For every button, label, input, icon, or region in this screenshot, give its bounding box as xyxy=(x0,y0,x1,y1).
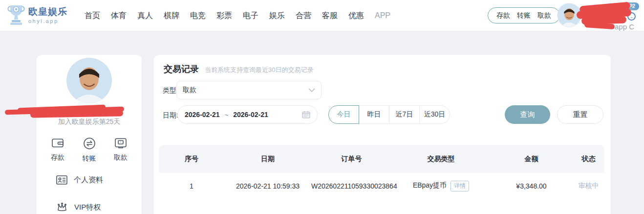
trophy-icon xyxy=(7,4,25,26)
quick-range-group: 今日 昨日 近7日 近30日 xyxy=(328,105,450,124)
nav-item-entertainment[interactable]: 娱乐 xyxy=(269,11,285,21)
wallet-icon xyxy=(51,137,64,149)
quick-action-label: 存款 xyxy=(51,153,64,162)
profile-avatar[interactable] xyxy=(66,58,112,103)
col-date: 日期 xyxy=(224,155,311,164)
withdraw-link[interactable]: 取款 xyxy=(537,11,551,20)
wallet-actions-pill: 存款 转账 取款 xyxy=(488,7,560,24)
transactions-table: 序号 日期 订单号 交易类型 金额 状态 1 2026-02-21 10:59:… xyxy=(159,145,604,199)
col-index: 序号 xyxy=(159,155,224,164)
search-button[interactable]: 查询 xyxy=(505,105,550,124)
nav-item-sports[interactable]: 体育 xyxy=(111,11,127,21)
main-nav: 首页 体育 真人 棋牌 电竞 彩票 电子 娱乐 合营 客服 优惠 APP xyxy=(85,0,390,31)
range-today-button[interactable]: 今日 xyxy=(328,105,359,124)
quick-action-label: 转账 xyxy=(83,154,96,163)
nav-item-live[interactable]: 真人 xyxy=(137,11,153,21)
profile-sidebar: 加入欧皇娱乐第25天 存款 转账 xyxy=(37,55,142,214)
calendar-icon xyxy=(302,111,310,119)
page-title: 交易记录 xyxy=(164,63,199,75)
sidebar-withdraw-button[interactable]: 取款 xyxy=(107,137,135,163)
range-7days-button[interactable]: 近7日 xyxy=(389,105,420,124)
sidebar-item-label: VIP特权 xyxy=(74,203,101,212)
membership-days-text: 加入欧皇娱乐第25天 xyxy=(37,118,142,126)
transaction-records-panel: 交易记录 当前系统支持查询最近30日的交易记录 类型: 取款 日期: 2026-… xyxy=(154,55,611,214)
date-range-picker[interactable]: 2026-02-21 ~ 2026-02-21 xyxy=(177,105,318,124)
sidebar-item-profile[interactable]: 个人资料 xyxy=(56,175,103,185)
table-header: 序号 日期 订单号 交易类型 金额 状态 xyxy=(159,145,604,173)
transfer-link[interactable]: 转账 xyxy=(517,11,531,20)
detail-link[interactable]: 详情 xyxy=(451,181,469,191)
type-select-value: 取款 xyxy=(183,86,308,95)
nav-item-esports[interactable]: 电竞 xyxy=(190,11,206,21)
col-amount: 金额 xyxy=(490,155,573,164)
partially-hidden-text: app C xyxy=(615,23,634,31)
transfer-icon xyxy=(83,137,96,150)
nav-item-service[interactable]: 客服 xyxy=(322,11,338,21)
date-filter-label: 日期: xyxy=(163,111,178,120)
transaction-type-text: EBpay提币 xyxy=(413,181,447,189)
type-select[interactable]: 取款 xyxy=(176,81,322,99)
chevron-down-icon xyxy=(308,88,315,93)
quick-action-label: 取款 xyxy=(114,153,128,162)
range-yesterday-button[interactable]: 昨日 xyxy=(359,105,389,124)
nav-item-board[interactable]: 棋牌 xyxy=(164,11,179,21)
sidebar-transfer-button[interactable]: 转账 xyxy=(75,137,104,163)
cell-type: EBpay提币详情 xyxy=(392,181,490,191)
brand-title: 欧皇娱乐 xyxy=(28,6,67,17)
table-row: 1 2026-02-21 10:59:33 W20260221105933002… xyxy=(159,173,604,199)
cell-status: 审核中 xyxy=(573,182,604,190)
col-type: 交易类型 xyxy=(392,155,490,164)
col-status: 状态 xyxy=(573,155,604,164)
sidebar-item-label: 个人资料 xyxy=(74,175,103,185)
date-from-value: 2026-02-21 xyxy=(185,111,220,119)
cell-amount: ¥3,348.00 xyxy=(490,182,573,190)
page: 欧皇娱乐 ohyl.app 首页 体育 真人 棋牌 电竞 彩票 电子 娱乐 合营… xyxy=(0,0,644,214)
brand-logo[interactable]: 欧皇娱乐 ohyl.app xyxy=(7,4,67,26)
range-30days-button[interactable]: 近30日 xyxy=(419,105,450,124)
nav-item-home[interactable]: 首页 xyxy=(85,11,100,21)
page-subtitle: 当前系统支持查询最近30日的交易记录 xyxy=(205,66,313,74)
crown-icon xyxy=(56,202,68,212)
deposit-link[interactable]: 存款 xyxy=(496,11,510,20)
sidebar-deposit-button[interactable]: 存款 xyxy=(43,137,72,163)
sidebar-quick-actions: 存款 转账 取款 xyxy=(37,137,142,163)
nav-item-promo[interactable]: 优惠 xyxy=(348,11,364,21)
nav-item-lottery[interactable]: 彩票 xyxy=(216,11,232,21)
col-order-no: 订单号 xyxy=(311,155,392,164)
nav-item-slots[interactable]: 电子 xyxy=(243,11,258,21)
cell-index: 1 xyxy=(159,182,224,190)
date-separator: ~ xyxy=(225,111,229,119)
reset-button[interactable]: 重置 xyxy=(557,105,603,124)
nav-item-partner[interactable]: 合营 xyxy=(296,11,311,21)
date-to-value: 2026-02-21 xyxy=(233,111,268,119)
brand-subtitle: ohyl.app xyxy=(28,18,67,24)
cell-date: 2026-02-21 10:59:33 xyxy=(224,182,311,190)
cell-order-no: W202602211059330023864 xyxy=(311,182,392,190)
sidebar-item-vip[interactable]: VIP特权 xyxy=(56,202,101,212)
nav-item-app[interactable]: APP xyxy=(375,11,390,20)
withdraw-icon xyxy=(114,137,127,149)
avatar-image xyxy=(66,58,112,103)
top-navbar: 欧皇娱乐 ohyl.app 首页 体育 真人 棋牌 电竞 彩票 电子 娱乐 合营… xyxy=(0,0,644,31)
id-card-icon xyxy=(56,175,67,185)
